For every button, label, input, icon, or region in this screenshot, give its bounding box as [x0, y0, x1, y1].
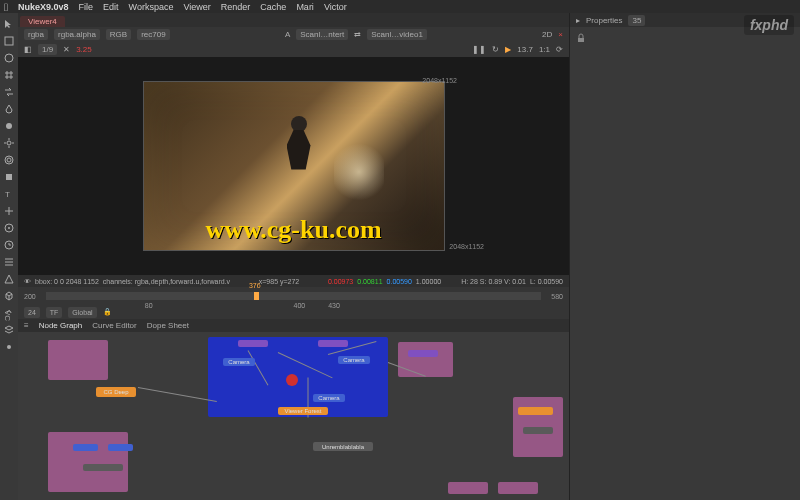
frame-start[interactable]: 200	[24, 293, 36, 300]
svg-rect-0	[5, 37, 13, 45]
select-icon[interactable]	[2, 34, 16, 48]
node[interactable]	[523, 427, 553, 434]
svg-point-3	[7, 141, 11, 145]
channel-select-c[interactable]: RGB	[106, 29, 131, 40]
menu-victor[interactable]: Victor	[324, 2, 347, 12]
backdrop-node[interactable]	[48, 432, 128, 492]
cgdeep-node[interactable]: CG Deep	[96, 387, 136, 397]
read-node[interactable]	[108, 444, 133, 451]
backdrop-blue[interactable]	[208, 337, 388, 417]
aspect-value[interactable]: 1/9	[38, 44, 57, 55]
paint-icon[interactable]	[2, 119, 16, 133]
backdrop-node[interactable]	[48, 340, 108, 380]
gain-value[interactable]: 3.25	[76, 45, 92, 54]
camera-node[interactable]: Camera	[223, 358, 255, 366]
cube-icon[interactable]	[2, 289, 16, 303]
scan-select[interactable]: Scanl…ntert	[296, 29, 348, 40]
node-graph[interactable]: Camera Camera Camera Viewer Forest CG De…	[18, 332, 569, 500]
properties-count[interactable]: 35	[628, 15, 645, 26]
channel-select-b[interactable]: rgba.alpha	[54, 29, 100, 40]
lum-readout: L: 0.00590	[530, 278, 563, 285]
lock-icon[interactable]	[576, 33, 586, 43]
scene-node[interactable]	[408, 350, 438, 357]
grid-icon[interactable]	[2, 68, 16, 82]
prop-toggle-icon[interactable]: ▸	[576, 16, 580, 25]
ratio-value[interactable]: 1:1	[539, 45, 550, 54]
play-icon[interactable]: ▶	[505, 45, 511, 54]
tab-curve-editor[interactable]: Curve Editor	[92, 321, 136, 330]
menu-edit[interactable]: Edit	[103, 2, 119, 12]
link-icon[interactable]: ⇄	[354, 30, 361, 39]
dot-icon[interactable]	[2, 340, 16, 354]
node[interactable]	[518, 407, 553, 415]
xy-readout: x=985 y=272	[259, 278, 299, 285]
tool-palette: T	[0, 13, 18, 500]
text-icon[interactable]: T	[2, 187, 16, 201]
triangle-icon[interactable]	[2, 272, 16, 286]
timeline[interactable]: 200 376 80 400 430 580	[18, 287, 569, 305]
tab-dope-sheet[interactable]: Dope Sheet	[147, 321, 189, 330]
merge-node[interactable]	[83, 464, 123, 471]
drop-icon[interactable]	[2, 102, 16, 116]
close-icon[interactable]: ×	[558, 30, 563, 39]
aspect-icon[interactable]: ◧	[24, 45, 32, 54]
menu-file[interactable]: File	[79, 2, 94, 12]
channel-select-d[interactable]: rec709	[137, 29, 169, 40]
layers-icon[interactable]	[2, 323, 16, 337]
menu-workspace[interactable]: Workspace	[129, 2, 174, 12]
lock-icon[interactable]: 🔒	[103, 308, 112, 316]
gear-icon[interactable]	[2, 136, 16, 150]
svg-point-2	[6, 123, 12, 129]
small-node[interactable]	[498, 482, 538, 494]
vc-label: VC	[3, 310, 12, 321]
frame-end[interactable]: 580	[551, 293, 563, 300]
svg-point-5	[7, 158, 11, 162]
small-node[interactable]	[448, 482, 488, 494]
resolution-label-top: 2048x1152	[422, 77, 457, 84]
menu-render[interactable]: Render	[221, 2, 251, 12]
scan-select-b[interactable]: Scanl…video1	[367, 29, 427, 40]
clock-icon[interactable]	[2, 238, 16, 252]
menu-cache[interactable]: Cache	[260, 2, 286, 12]
camera-node[interactable]: Camera	[338, 356, 370, 364]
global-select[interactable]: Global	[68, 307, 96, 318]
swap-icon[interactable]	[2, 85, 16, 99]
tf-select[interactable]: TF	[46, 307, 63, 318]
menu-mari[interactable]: Mari	[296, 2, 314, 12]
viewer-tab[interactable]: Viewer4	[20, 16, 65, 27]
apple-icon[interactable]: 	[4, 1, 8, 13]
dot-node[interactable]	[286, 374, 298, 386]
circle-icon[interactable]	[2, 51, 16, 65]
unprem-node[interactable]: Unremblablabla	[313, 442, 373, 451]
ring-icon[interactable]	[2, 153, 16, 167]
alpha-value: 1.00000	[416, 278, 441, 285]
tab-node-graph[interactable]: Node Graph	[39, 321, 83, 330]
loop-icon[interactable]: ↻	[492, 45, 499, 54]
input-a-label[interactable]: A	[285, 30, 290, 39]
pause-icon[interactable]: ❚❚	[472, 45, 486, 54]
display-mode[interactable]: 2D	[542, 30, 552, 39]
fps-select[interactable]: 24	[24, 307, 40, 318]
viewer-node[interactable]: Viewer Forest	[278, 407, 328, 415]
bars-icon[interactable]	[2, 255, 16, 269]
svg-rect-6	[6, 174, 12, 180]
playhead[interactable]	[254, 292, 259, 300]
menu-icon[interactable]: ≡	[24, 321, 29, 330]
timeline-track[interactable]: 376 80 400 430	[46, 292, 542, 300]
read-node[interactable]	[73, 444, 98, 451]
viewer-toolbar-2: ◧ 1/9 ✕ 3.25 ❚❚ ↻ ▶ 13.7 1:1 ⟳	[18, 42, 569, 57]
menu-viewer[interactable]: Viewer	[183, 2, 210, 12]
channel-select-a[interactable]: rgba	[24, 29, 48, 40]
gain-icon[interactable]: ✕	[63, 45, 70, 54]
camera-node[interactable]: Camera	[313, 394, 345, 402]
cursor-icon[interactable]	[2, 17, 16, 31]
viewport[interactable]: 2048x1152 2048x1152 www.cg-ku.com	[18, 57, 569, 275]
refresh-icon[interactable]: ⟳	[556, 45, 563, 54]
backdrop-node[interactable]	[398, 342, 453, 377]
plus-icon[interactable]	[2, 204, 16, 218]
scene-node[interactable]	[238, 340, 268, 347]
eye-icon[interactable]: 👁	[24, 278, 31, 285]
target-icon[interactable]	[2, 221, 16, 235]
square-icon[interactable]	[2, 170, 16, 184]
scene-node[interactable]	[318, 340, 348, 347]
